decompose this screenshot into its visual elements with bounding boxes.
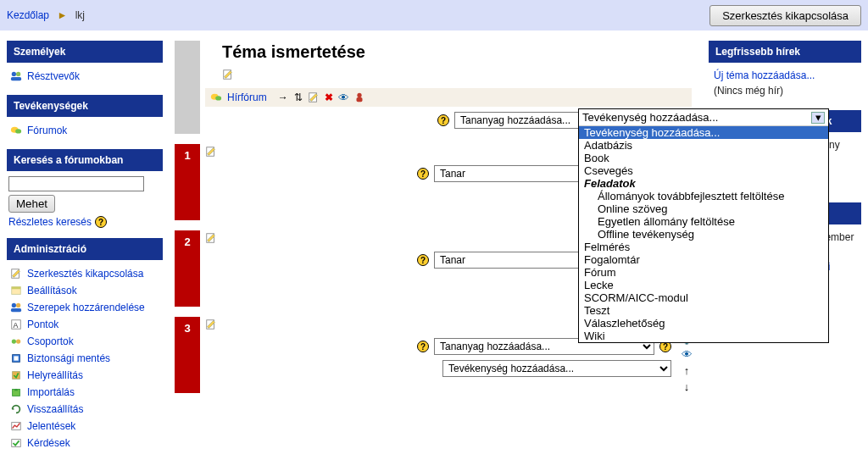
activity-dropdown-option[interactable]: Fórum xyxy=(579,266,828,279)
svg-rect-7 xyxy=(12,287,21,290)
forum-icon xyxy=(10,125,22,136)
breadcrumb-current: lkj xyxy=(75,9,85,21)
svg-point-13 xyxy=(12,339,16,343)
forum-search-input[interactable] xyxy=(8,176,144,191)
activity-dropdown-option[interactable]: Adatbázis xyxy=(579,139,828,152)
activity-dropdown-option[interactable]: Egyetlen állomány feltöltése xyxy=(579,215,828,228)
activity-dropdown-option[interactable]: Offline tevékenység xyxy=(579,228,828,241)
activity-dropdown-option[interactable]: Állományok továbbfejlesztett feltöltése xyxy=(579,190,828,202)
activity-dropdown-option[interactable]: Tevékenység hozzáadása... xyxy=(579,126,828,139)
advanced-search-link[interactable]: Részletes keresés xyxy=(8,216,92,228)
move-up-icon[interactable]: ↑ xyxy=(684,364,690,377)
help-icon[interactable]: ? xyxy=(437,114,449,126)
svg-point-0 xyxy=(12,72,16,76)
admin-item-icon xyxy=(10,285,22,296)
eye-icon[interactable]: 👁 xyxy=(682,348,693,361)
admin-item-icon xyxy=(10,386,22,398)
admin-item-link[interactable]: Biztonsági mentés xyxy=(27,352,110,364)
activity-dropdown-option[interactable]: Lecke xyxy=(579,279,828,291)
edit-summary-icon[interactable] xyxy=(205,232,217,244)
admin-item-link[interactable]: Beállítások xyxy=(27,285,77,296)
activity-dropdown-option[interactable]: Csevegés xyxy=(579,164,828,177)
edit-summary-icon[interactable] xyxy=(205,146,217,158)
svg-text:A: A xyxy=(14,321,19,330)
admin-item-link[interactable]: Csoportok xyxy=(27,335,74,347)
admin-item-link[interactable]: Importálás xyxy=(27,386,75,398)
block-activities: Tevékenységek Fórumok xyxy=(7,95,163,144)
help-icon[interactable]: ? xyxy=(417,341,429,352)
admin-item-link[interactable]: Kérdések xyxy=(27,437,70,449)
admin-item: Importálás xyxy=(8,384,161,401)
breadcrumb-home[interactable]: Kezdőlap xyxy=(7,9,49,21)
forums-link[interactable]: Fórumok xyxy=(27,125,67,136)
activity-dropdown-header-label: Tevékenység hozzáadása... xyxy=(582,111,718,124)
admin-item-icon: A xyxy=(10,319,22,330)
admin-item-icon xyxy=(10,268,22,280)
svg-point-8 xyxy=(12,303,16,308)
move-icon[interactable]: ⇅ xyxy=(292,91,304,103)
activity-dropdown-option[interactable]: Fogalomtár xyxy=(579,253,828,266)
topbar: Kezdőlap ► lkj Szerkesztés kikapcsolása xyxy=(0,0,868,30)
no-news-text: (Nincs még hír) xyxy=(710,83,860,100)
update-icon[interactable] xyxy=(308,91,320,103)
activity-dropdown-option[interactable]: Teszt xyxy=(579,304,828,317)
edit-summary-icon[interactable] xyxy=(205,319,217,330)
activity-dropdown-option[interactable]: Wiki xyxy=(579,330,828,342)
activity-dropdown-option[interactable]: Feladatok xyxy=(579,177,828,190)
svg-rect-20 xyxy=(12,440,21,447)
turn-editing-off-button[interactable]: Szerkesztés kikapcsolása xyxy=(709,5,861,26)
activity-dropdown-option[interactable]: Book xyxy=(579,152,828,164)
left-column: Személyek Résztvevők Tevékenységek Fórum… xyxy=(7,41,163,462)
admin-item: Kérdések xyxy=(8,435,161,452)
block-latest-news: Legfrissebb hírek Új téma hozzáadása... … xyxy=(709,41,861,105)
page-title: Téma ismertetése xyxy=(222,42,692,62)
admin-item: Biztonsági mentés xyxy=(8,350,161,367)
block-forum-search: Keresés a fórumokban Mehet Részletes ker… xyxy=(7,149,163,233)
section-number: 1 xyxy=(175,144,200,220)
groups-icon[interactable] xyxy=(353,91,365,103)
dropdown-toggle-icon[interactable]: ▾ xyxy=(811,112,825,124)
forum-icon xyxy=(210,91,222,103)
admin-item-link[interactable]: Jelentések xyxy=(27,420,75,432)
admin-item-link[interactable]: Pontok xyxy=(27,319,58,330)
help-icon[interactable]: ? xyxy=(95,216,107,228)
block-latest-news-header: Legfrissebb hírek xyxy=(709,41,861,63)
activity-dropdown-option[interactable]: Felmérés xyxy=(579,241,828,253)
admin-item-icon xyxy=(10,369,22,381)
edit-summary-icon[interactable] xyxy=(222,69,234,80)
activity-dropdown-option[interactable]: SCORM/AICC-modul xyxy=(579,291,828,304)
add-new-topic-link[interactable]: Új téma hozzáadása... xyxy=(710,68,860,83)
svg-point-4 xyxy=(15,129,21,133)
add-activity-select[interactable]: Tevékenység hozzáadása... xyxy=(442,360,671,377)
delete-icon[interactable]: ✖ xyxy=(323,91,335,103)
activity-dropdown-option[interactable]: Válaszlehetőség xyxy=(579,317,828,330)
help-icon[interactable]: ? xyxy=(417,254,429,266)
svg-rect-10 xyxy=(11,308,21,312)
forum-search-go-button[interactable]: Mehet xyxy=(8,195,55,213)
hide-icon[interactable]: 👁 xyxy=(338,91,350,103)
main-column: Téma ismertetése Hírfórum → ⇅ xyxy=(175,41,697,462)
admin-item-link[interactable]: Helyreállítás xyxy=(27,369,83,381)
activity-dropdown-open[interactable]: Tevékenység hozzáadása... ▾ Tevékenység … xyxy=(578,108,829,343)
news-forum-link[interactable]: Hírfórum xyxy=(227,91,267,103)
admin-item: Helyreállítás xyxy=(8,367,161,384)
svg-rect-26 xyxy=(356,97,362,102)
activity-tool-strip: → ⇅ ✖ 👁 xyxy=(277,91,365,103)
block-activities-header: Tevékenységek xyxy=(7,95,163,117)
block-people: Személyek Résztvevők xyxy=(7,41,163,90)
breadcrumb-separator-icon: ► xyxy=(57,9,67,21)
admin-item-link[interactable]: Szerkesztés kikapcsolása xyxy=(27,268,143,280)
admin-item: Csoportok xyxy=(8,333,161,350)
news-forum-row: Hírfórum → ⇅ ✖ 👁 xyxy=(205,88,692,107)
svg-point-9 xyxy=(16,303,20,308)
admin-item-link[interactable]: Visszaállítás xyxy=(27,403,83,415)
admin-item: Jelentések xyxy=(8,418,161,435)
admin-item-link[interactable]: Szerepek hozzárendelése xyxy=(27,302,145,313)
move-down-icon[interactable]: ↓ xyxy=(684,380,690,393)
help-icon[interactable]: ? xyxy=(417,168,429,180)
admin-item: Szerkesztés kikapcsolása xyxy=(8,265,161,282)
move-right-icon[interactable]: → xyxy=(277,91,289,103)
svg-rect-16 xyxy=(14,356,18,360)
participants-link[interactable]: Résztvevők xyxy=(27,70,80,82)
activity-dropdown-option[interactable]: Online szöveg xyxy=(579,202,828,215)
